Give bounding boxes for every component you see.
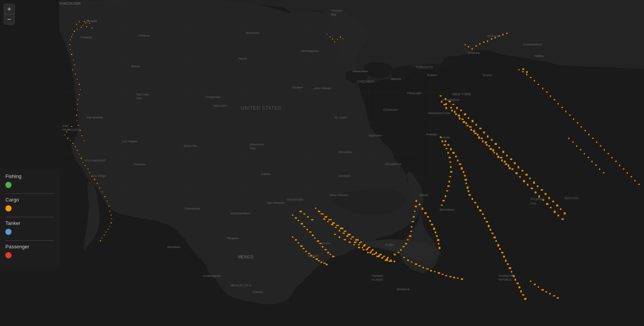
- svg-rect-95: [468, 117, 469, 119]
- svg-rect-209: [327, 221, 329, 222]
- svg-text:Philadelphia: Philadelphia: [442, 98, 459, 101]
- svg-rect-212: [339, 230, 340, 231]
- svg-rect-376: [488, 225, 490, 227]
- svg-rect-234: [427, 216, 429, 218]
- svg-rect-236: [431, 224, 433, 225]
- svg-text:City: City: [136, 96, 142, 100]
- svg-rect-375: [486, 221, 488, 223]
- svg-rect-406: [472, 48, 473, 50]
- svg-rect-109: [521, 170, 523, 171]
- svg-text:Cancun•: Cancun•: [319, 241, 331, 245]
- svg-rect-395: [524, 298, 526, 300]
- svg-rect-143: [531, 188, 533, 189]
- svg-rect-246: [403, 257, 405, 258]
- svg-rect-380: [495, 240, 497, 242]
- svg-rect-292: [332, 256, 334, 257]
- svg-rect-112: [533, 181, 535, 184]
- svg-rect-437: [595, 165, 597, 166]
- svg-rect-193: [340, 228, 341, 229]
- svg-rect-166: [505, 163, 507, 165]
- svg-rect-131: [485, 141, 487, 143]
- svg-rect-244: [444, 104, 445, 105]
- svg-text:Santa Fe•: Santa Fe•: [184, 144, 197, 148]
- svg-rect-140: [519, 176, 521, 178]
- svg-rect-220: [369, 252, 371, 253]
- svg-rect-55: [75, 146, 76, 147]
- svg-rect-340: [530, 77, 531, 78]
- svg-rect-42: [76, 115, 77, 116]
- svg-rect-161: [486, 144, 488, 146]
- svg-rect-274: [413, 216, 415, 218]
- svg-rect-152: [451, 110, 453, 111]
- svg-rect-33: [72, 69, 73, 70]
- svg-rect-314: [450, 171, 452, 173]
- svg-rect-301: [372, 254, 374, 255]
- svg-rect-253: [430, 270, 432, 271]
- svg-rect-398: [538, 286, 539, 288]
- svg-rect-139: [515, 172, 518, 174]
- svg-rect-21: [79, 21, 79, 22]
- svg-rect-300: [367, 252, 369, 253]
- svg-rect-211: [335, 227, 337, 228]
- svg-rect-129: [477, 134, 478, 136]
- svg-rect-259: [453, 277, 455, 278]
- svg-rect-121: [445, 103, 447, 105]
- svg-rect-35: [77, 79, 78, 80]
- svg-text:Cheyenne•: Cheyenne•: [205, 95, 220, 99]
- svg-rect-421: [305, 251, 307, 252]
- svg-rect-331: [464, 175, 466, 176]
- svg-rect-22: [76, 24, 77, 25]
- svg-text:St. Louis•: St. Louis•: [334, 116, 347, 119]
- svg-text:Memphis•: Memphis•: [339, 150, 352, 154]
- svg-text:Mazatlan•: Mazatlan•: [167, 245, 180, 249]
- svg-rect-238: [435, 231, 436, 233]
- svg-rect-341: [534, 80, 535, 82]
- svg-rect-363: [619, 165, 620, 166]
- svg-rect-326: [455, 156, 457, 157]
- svg-rect-34: [75, 74, 76, 75]
- svg-rect-252: [426, 268, 429, 269]
- svg-text:Pierre•: Pierre•: [238, 57, 247, 60]
- svg-rect-158: [474, 133, 477, 134]
- svg-rect-282: [306, 229, 308, 230]
- svg-rect-281: [303, 226, 305, 227]
- zoom-out-button[interactable]: −: [4, 14, 14, 24]
- svg-rect-435: [588, 157, 589, 158]
- svg-rect-61: [88, 168, 88, 170]
- svg-rect-343: [542, 88, 543, 89]
- svg-text:Tampico•: Tampico•: [227, 236, 239, 240]
- svg-rect-276: [415, 206, 417, 207]
- svg-rect-82: [329, 37, 331, 37]
- svg-rect-368: [638, 184, 640, 185]
- svg-rect-228: [307, 216, 309, 218]
- svg-text:Bermuda: Bermuda: [565, 196, 579, 200]
- svg-text:MEXICO: MEXICO: [238, 255, 253, 259]
- svg-rect-295: [344, 239, 346, 240]
- svg-text:Charlottetown: Charlottetown: [523, 43, 542, 46]
- svg-rect-113: [537, 185, 538, 187]
- svg-rect-127: [469, 126, 472, 128]
- svg-rect-93: [460, 110, 462, 111]
- zoom-in-button[interactable]: +: [4, 4, 14, 14]
- svg-rect-303: [381, 258, 382, 259]
- svg-rect-66: [99, 188, 100, 188]
- svg-rect-267: [402, 246, 405, 247]
- legend-item-tanker: Tanker: [5, 220, 54, 236]
- svg-rect-346: [554, 99, 555, 100]
- svg-text:Sacramento: Sacramento: [86, 116, 103, 119]
- svg-rect-327: [457, 160, 459, 161]
- svg-rect-117: [552, 201, 554, 202]
- svg-rect-59: [83, 162, 83, 163]
- svg-rect-373: [482, 213, 484, 215]
- svg-rect-28: [69, 44, 70, 45]
- cargo-dot: [5, 205, 12, 211]
- svg-rect-401: [549, 293, 551, 294]
- svg-rect-434: [584, 153, 585, 155]
- svg-rect-427: [321, 261, 322, 263]
- svg-rect-155: [463, 121, 465, 123]
- svg-rect-69: [107, 201, 108, 201]
- legend-divider-1: [5, 193, 54, 194]
- svg-rect-347: [558, 103, 559, 105]
- svg-rect-27: [70, 39, 71, 40]
- svg-text:Boston: Boston: [483, 73, 492, 77]
